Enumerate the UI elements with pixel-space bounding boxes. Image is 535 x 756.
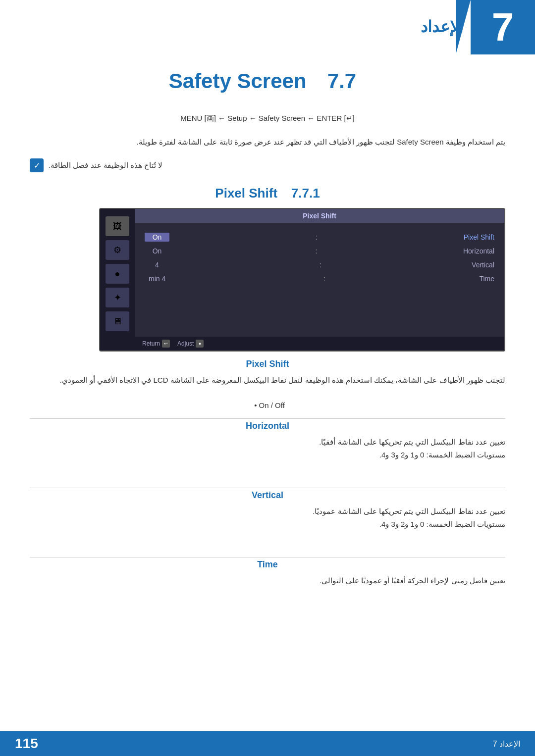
menu-icon-4: ✦ xyxy=(106,288,129,307)
return-label: Return xyxy=(142,340,160,347)
footer-chapter-label: الإعداد 7 xyxy=(493,739,520,749)
chapter-header: 7 الإعداد xyxy=(0,0,535,54)
vertical-heading: Vertical xyxy=(30,490,505,501)
footer: الإعداد 7 115 xyxy=(0,731,535,756)
subsection-title-container: Pixel Shift 7.7.1 xyxy=(30,186,505,201)
time-value: 4 min xyxy=(145,274,169,283)
menu-icon-3: ● xyxy=(106,264,129,284)
nav-path: MENU [画] ← Setup ← Safety Screen ← ENTER… xyxy=(30,114,505,123)
adjust-icon: ● xyxy=(196,340,204,348)
menu-content: Pixel Shift Pixel Shift : On Horizontal … xyxy=(135,209,504,351)
menu-item-time: Time : 4 min xyxy=(145,272,494,286)
menu-icon-1: 🖼 xyxy=(106,216,129,236)
subsection-number: 7.7.1 xyxy=(291,186,320,201)
divider-2 xyxy=(30,488,505,488)
note-text: لا تُتاح هذه الوظيفة عند فصل الطاقة. xyxy=(49,161,162,170)
note-icon xyxy=(30,158,44,172)
section-number: 7.7 xyxy=(327,69,356,93)
section-title-container: Safety Screen 7.7 xyxy=(0,69,535,93)
horizontal-label: Horizontal xyxy=(463,247,494,255)
horizontal-line1: تعيين عدد نقاط البيكسل التي يتم تحريكها … xyxy=(319,438,505,446)
horizontal-line2: مستويات الضبط الخمسة: 0 و1 و2 و3 و4. xyxy=(379,451,505,459)
footer-page-number: 115 xyxy=(15,736,38,752)
chapter-number-block: 7 xyxy=(471,0,535,54)
menu-item-vertical: Vertical : 4 xyxy=(145,258,494,272)
pixel-shift-menu: 🖼 ⚙ ● ✦ 🖥 Pixel Shift Pixel Shift : On H… xyxy=(99,208,505,352)
chapter-title: الإعداد xyxy=(421,17,463,36)
divider-3 xyxy=(30,557,505,557)
horizontal-description: تعيين عدد نقاط البيكسل التي يتم تحريكها … xyxy=(30,436,505,461)
horizontal-heading: Horizontal xyxy=(30,421,505,431)
vertical-description: تعيين عدد نقاط البيكسل التي يتم تحريكها … xyxy=(30,505,505,530)
subsection-title: Pixel Shift xyxy=(215,186,277,201)
menu-icon-5: 🖥 xyxy=(106,311,129,331)
menu-bottom-bar: ● Adjust ↩ Return xyxy=(135,337,504,351)
on-off-item: • On / Off xyxy=(30,401,505,409)
chapter-number: 7 xyxy=(492,7,514,47)
divider-1 xyxy=(30,418,505,419)
vertical-line2: مستويات الضبط الخمسة: 0 و1 و2 و3 و4. xyxy=(379,520,505,528)
vertical-label: Vertical xyxy=(472,261,494,269)
pixel-shift-label: Pixel Shift xyxy=(464,233,494,241)
menu-title-bar: Pixel Shift xyxy=(135,209,504,223)
pixel-shift-description: لتجنب ظهور الأطياف على الشاشة، يمكنك است… xyxy=(30,374,505,387)
menu-items: Pixel Shift : On Horizontal : On Vertica… xyxy=(135,223,504,293)
menu-icon-2: ⚙ xyxy=(106,240,129,260)
time-heading: Time xyxy=(30,559,505,570)
note-container: لا تُتاح هذه الوظيفة عند فصل الطاقة. xyxy=(30,158,505,172)
menu-sidebar: 🖼 ⚙ ● ✦ 🖥 xyxy=(100,209,135,351)
on-off-label: On / Off xyxy=(259,401,285,409)
vertical-value: 4 xyxy=(145,260,169,269)
pixel-shift-heading: Pixel Shift xyxy=(30,359,505,369)
pixel-shift-value: On xyxy=(145,233,169,242)
time-description: تعيين فاصل زمني لإجراء الحركة أفقيًا أو … xyxy=(30,574,505,587)
return-btn: ↩ Return xyxy=(142,340,170,348)
adjust-btn: ● Adjust xyxy=(177,340,204,348)
horizontal-value: On xyxy=(145,247,169,255)
menu-item-horizontal: Horizontal : On xyxy=(145,244,494,258)
section-description: يتم استخدام وظيفة Safety Screen لتجنب ظه… xyxy=(30,136,505,148)
vertical-line1: تعيين عدد نقاط البيكسل التي يتم تحريكها … xyxy=(313,507,505,515)
menu-item-pixel-shift: Pixel Shift : On xyxy=(145,230,494,244)
adjust-label: Adjust xyxy=(177,340,194,347)
on-off-bullet: • xyxy=(254,401,257,409)
return-icon: ↩ xyxy=(162,340,170,348)
time-label: Time xyxy=(479,275,494,283)
section-title: Safety Screen xyxy=(169,69,307,93)
